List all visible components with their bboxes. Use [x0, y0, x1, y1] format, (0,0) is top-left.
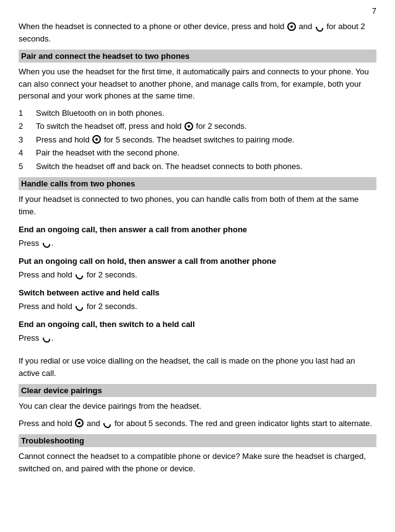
list-num: 2 — [19, 120, 36, 133]
page-number: 7 — [19, 6, 376, 15]
list-text: Pair the headset with the second phone. — [36, 147, 376, 159]
hook-icon — [103, 420, 111, 426]
clear-pairings-body: Press and hold and for about 5 seconds. … — [19, 417, 376, 430]
power-icon — [184, 122, 193, 131]
handle-calls-paragraph: If your headset is connected to two phon… — [19, 193, 376, 217]
list-item: 1 Switch Bluetooth on in both phones. — [19, 107, 376, 120]
handle-calls-footer: If you redial or use voice dialling on t… — [19, 355, 376, 379]
hook-icon — [42, 240, 51, 246]
subsection-heading: End an ongoing call, then switch to a he… — [19, 318, 376, 331]
hook-icon — [75, 303, 84, 309]
list-text: Switch Bluetooth on in both phones. — [36, 107, 376, 120]
subsection-body: Press and hold for 2 seconds. — [19, 269, 376, 281]
list-item: 2 To switch the headset off, press and h… — [19, 120, 376, 133]
power-icon — [287, 22, 296, 31]
list-num: 3 — [19, 134, 36, 146]
list-num: 1 — [19, 107, 36, 120]
section-handle-calls-header: Handle calls from two phones — [19, 177, 376, 190]
clear-pairings-paragraph: You can clear the device pairings from t… — [19, 400, 376, 412]
intro-text: When the headset is connected to a phone… — [19, 22, 284, 31]
section-pair-connect-header: Pair and connect the headset to two phon… — [19, 50, 376, 63]
list-item: 3 Press and hold for 5 seconds. The head… — [19, 134, 376, 146]
subsection-body: Press . — [19, 332, 376, 344]
subsection-heading: Put an ongoing call on hold, then answer… — [19, 255, 376, 268]
section-clear-pairings-header: Clear device pairings — [19, 384, 376, 397]
pair-connect-paragraph: When you use the headset for the first t… — [19, 66, 376, 102]
list-text: Press and hold for 5 seconds. The headse… — [36, 134, 376, 146]
hook-icon — [315, 24, 324, 30]
power-icon — [75, 419, 84, 427]
subsection-body: Press . — [19, 237, 376, 250]
subsection-body: Press and hold for 2 seconds. — [19, 300, 376, 313]
list-num: 4 — [19, 147, 36, 159]
hook-icon — [42, 334, 51, 341]
list-item: 4 Pair the headset with the second phone… — [19, 147, 376, 159]
subsection-heading: End an ongoing call, then answer a call … — [19, 224, 376, 236]
list-item: 5 Switch the headset off and back on. Th… — [19, 160, 376, 173]
pair-connect-list: 1 Switch Bluetooth on in both phones. 2 … — [19, 107, 376, 173]
list-text: Switch the headset off and back on. The … — [36, 160, 376, 173]
troubleshooting-paragraph: Cannot connect the headset to a compatib… — [19, 450, 376, 474]
subsection-heading: Switch between active and held calls — [19, 287, 376, 299]
and-text: and — [299, 22, 315, 31]
section-troubleshooting-header: Troubleshooting — [19, 434, 376, 447]
hook-icon — [75, 271, 84, 277]
list-text: To switch the headset off, press and hol… — [36, 120, 376, 133]
list-num: 5 — [19, 160, 36, 173]
power-icon — [92, 135, 101, 144]
intro-paragraph: When the headset is connected to a phone… — [19, 20, 376, 45]
